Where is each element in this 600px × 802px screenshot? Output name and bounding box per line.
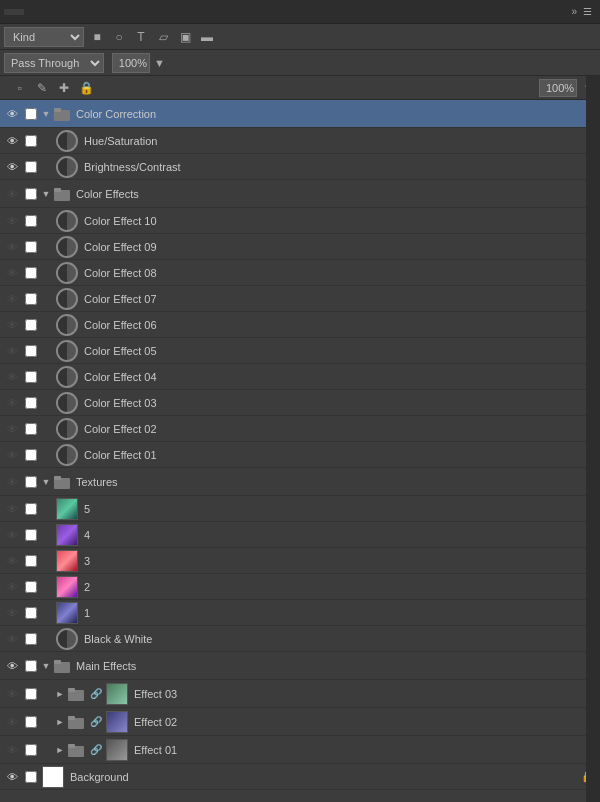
lock-transparent-icon[interactable]: ▫ — [12, 80, 28, 96]
visibility-eye-color-effect-09[interactable]: 👁 — [2, 234, 22, 259]
lock-all-icon[interactable]: 🔒 — [78, 80, 94, 96]
layer-row-color-effect-02[interactable]: 👁Color Effect 02 — [0, 416, 600, 442]
visibility-eye-effect-01[interactable]: 👁 — [2, 736, 22, 763]
tab-channels[interactable] — [44, 9, 64, 15]
visibility-eye-color-effect-02[interactable]: 👁 — [2, 416, 22, 441]
extra-icon[interactable]: ▬ — [198, 28, 216, 46]
shape-icon[interactable]: ▱ — [154, 28, 172, 46]
tab-layers[interactable] — [4, 9, 24, 15]
layer-check-color-effect-05[interactable] — [22, 338, 40, 363]
layer-check-color-effect-07[interactable] — [22, 286, 40, 311]
layer-check-color-correction-group[interactable] — [22, 100, 40, 127]
expand-triangle-effect-02[interactable]: ► — [54, 716, 66, 728]
layer-check-texture-2[interactable] — [22, 574, 40, 599]
visibility-eye-color-effect-01[interactable]: 👁 — [2, 442, 22, 467]
layer-row-hue-saturation[interactable]: 👁Hue/Saturation — [0, 128, 600, 154]
visibility-eye-color-effect-08[interactable]: 👁 — [2, 260, 22, 285]
visibility-eye-hue-saturation[interactable]: 👁 — [2, 128, 22, 153]
layer-check-effect-03[interactable] — [22, 680, 40, 707]
visibility-eye-texture-3[interactable]: 👁 — [2, 548, 22, 573]
layer-row-color-effect-05[interactable]: 👁Color Effect 05 — [0, 338, 600, 364]
layer-row-main-effects-group[interactable]: 👁▼ Main Effects — [0, 652, 600, 680]
visibility-eye-effect-03[interactable]: 👁 — [2, 680, 22, 707]
menu-icon[interactable]: ☰ — [583, 6, 592, 17]
expand-triangle-textures-group[interactable]: ▼ — [40, 476, 52, 488]
visibility-eye-texture-1[interactable]: 👁 — [2, 600, 22, 625]
layer-check-black-white[interactable] — [22, 626, 40, 651]
visibility-eye-background[interactable]: 👁 — [2, 764, 22, 789]
layer-check-color-effect-06[interactable] — [22, 312, 40, 337]
layer-row-color-effect-07[interactable]: 👁Color Effect 07 — [0, 286, 600, 312]
type-icon[interactable]: T — [132, 28, 150, 46]
fill-input[interactable] — [539, 79, 577, 97]
visibility-eye-color-correction-group[interactable]: 👁 — [2, 100, 22, 127]
layer-check-color-effect-03[interactable] — [22, 390, 40, 415]
layer-check-texture-5[interactable] — [22, 496, 40, 521]
layer-row-texture-3[interactable]: 👁3 — [0, 548, 600, 574]
layer-check-texture-3[interactable] — [22, 548, 40, 573]
scrollbar[interactable] — [586, 76, 600, 802]
adjust-icon[interactable]: ○ — [110, 28, 128, 46]
layer-check-texture-1[interactable] — [22, 600, 40, 625]
visibility-eye-color-effects-group[interactable]: 👁 — [2, 180, 22, 207]
expand-triangle-effect-01[interactable]: ► — [54, 744, 66, 756]
layer-row-color-effect-09[interactable]: 👁Color Effect 09 — [0, 234, 600, 260]
layer-check-color-effect-09[interactable] — [22, 234, 40, 259]
visibility-eye-color-effect-05[interactable]: 👁 — [2, 338, 22, 363]
layer-check-effect-01[interactable] — [22, 736, 40, 763]
layer-check-background[interactable] — [22, 764, 40, 789]
layer-row-texture-4[interactable]: 👁4 — [0, 522, 600, 548]
pixel-icon[interactable]: ■ — [88, 28, 106, 46]
layer-row-texture-2[interactable]: 👁2 — [0, 574, 600, 600]
lock-position-icon[interactable]: ✚ — [56, 80, 72, 96]
expand-icon[interactable]: » — [571, 6, 577, 17]
layer-row-color-effect-10[interactable]: 👁Color Effect 10 — [0, 208, 600, 234]
layer-row-effect-01[interactable]: 👁► 🔗Effect 01 — [0, 736, 600, 764]
lock-paint-icon[interactable]: ✎ — [34, 80, 50, 96]
blend-mode-select[interactable]: Pass Through Normal Multiply Screen — [4, 53, 104, 73]
visibility-eye-texture-5[interactable]: 👁 — [2, 496, 22, 521]
layer-row-texture-1[interactable]: 👁1 — [0, 600, 600, 626]
opacity-arrow[interactable]: ▼ — [154, 57, 165, 69]
layer-row-color-effect-08[interactable]: 👁Color Effect 08 — [0, 260, 600, 286]
layer-row-effect-03[interactable]: 👁► 🔗Effect 03 — [0, 680, 600, 708]
layer-row-texture-5[interactable]: 👁5 — [0, 496, 600, 522]
expand-triangle-main-effects-group[interactable]: ▼ — [40, 660, 52, 672]
visibility-eye-texture-4[interactable]: 👁 — [2, 522, 22, 547]
layer-check-color-effect-04[interactable] — [22, 364, 40, 389]
smart-icon[interactable]: ▣ — [176, 28, 194, 46]
opacity-input[interactable] — [112, 53, 150, 73]
visibility-eye-color-effect-04[interactable]: 👁 — [2, 364, 22, 389]
layer-check-color-effects-group[interactable] — [22, 180, 40, 207]
layer-row-color-effect-01[interactable]: 👁Color Effect 01 — [0, 442, 600, 468]
layer-row-color-correction-group[interactable]: 👁▼ Color Correction — [0, 100, 600, 128]
layer-row-color-effects-group[interactable]: 👁▼ Color Effects — [0, 180, 600, 208]
visibility-eye-textures-group[interactable]: 👁 — [2, 468, 22, 495]
visibility-eye-main-effects-group[interactable]: 👁 — [2, 652, 22, 679]
expand-triangle-color-effects-group[interactable]: ▼ — [40, 188, 52, 200]
layer-check-textures-group[interactable] — [22, 468, 40, 495]
layer-check-texture-4[interactable] — [22, 522, 40, 547]
visibility-eye-color-effect-06[interactable]: 👁 — [2, 312, 22, 337]
visibility-eye-brightness-contrast[interactable]: 👁 — [2, 154, 22, 179]
layer-row-color-effect-03[interactable]: 👁Color Effect 03 — [0, 390, 600, 416]
visibility-eye-color-effect-10[interactable]: 👁 — [2, 208, 22, 233]
layer-check-color-effect-08[interactable] — [22, 260, 40, 285]
layer-row-effect-02[interactable]: 👁► 🔗Effect 02 — [0, 708, 600, 736]
layer-row-color-effect-06[interactable]: 👁Color Effect 06 — [0, 312, 600, 338]
visibility-eye-color-effect-07[interactable]: 👁 — [2, 286, 22, 311]
layer-row-textures-group[interactable]: 👁▼ Textures — [0, 468, 600, 496]
layer-row-black-white[interactable]: 👁Black & White — [0, 626, 600, 652]
layer-check-color-effect-10[interactable] — [22, 208, 40, 233]
layer-check-color-effect-02[interactable] — [22, 416, 40, 441]
visibility-eye-black-white[interactable]: 👁 — [2, 626, 22, 651]
layer-check-brightness-contrast[interactable] — [22, 154, 40, 179]
layer-row-color-effect-04[interactable]: 👁Color Effect 04 — [0, 364, 600, 390]
expand-triangle-effect-03[interactable]: ► — [54, 688, 66, 700]
layer-check-main-effects-group[interactable] — [22, 652, 40, 679]
layer-row-background[interactable]: 👁Background🔒 — [0, 764, 600, 790]
expand-triangle-color-correction-group[interactable]: ▼ — [40, 108, 52, 120]
layer-row-brightness-contrast[interactable]: 👁Brightness/Contrast — [0, 154, 600, 180]
visibility-eye-texture-2[interactable]: 👁 — [2, 574, 22, 599]
layer-check-color-effect-01[interactable] — [22, 442, 40, 467]
